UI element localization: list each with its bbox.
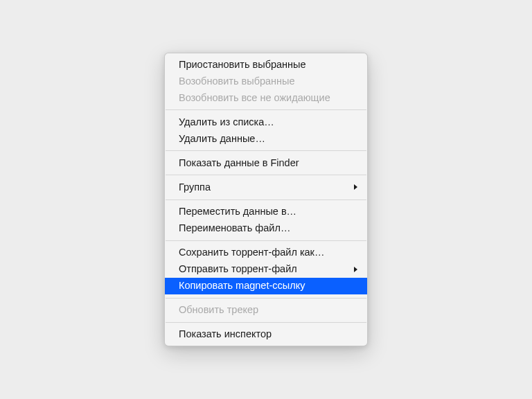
menu-item-resume-selected[interactable]: Возобновить выбранные xyxy=(165,73,367,89)
menu-item-label: Возобновить выбранные xyxy=(179,76,295,87)
menu-item-show-in-finder[interactable]: Показать данные в Finder xyxy=(165,154,367,171)
menu-item-label: Показать данные в Finder xyxy=(179,157,299,168)
menu-separator xyxy=(166,175,366,175)
menu-item-show-inspector[interactable]: Показать инспектор xyxy=(165,326,367,343)
menu-item-label: Удалить из списка… xyxy=(179,116,274,127)
menu-item-move-data-to[interactable]: Переместить данные в… xyxy=(165,204,367,220)
submenu-arrow-icon xyxy=(353,266,359,273)
menu-item-rename-file[interactable]: Переименовать файл… xyxy=(165,220,367,237)
menu-item-send-torrent-file[interactable]: Отправить торрент-файл xyxy=(165,261,367,278)
submenu-arrow-icon xyxy=(353,184,359,190)
menu-separator xyxy=(166,240,366,241)
menu-item-delete-data[interactable]: Удалить данные… xyxy=(165,130,367,147)
menu-item-label: Переименовать файл… xyxy=(179,222,290,233)
menu-separator xyxy=(166,200,366,200)
menu-item-label: Сохранить торрент-файл как… xyxy=(179,247,324,258)
menu-separator xyxy=(166,322,366,323)
menu-item-label: Группа xyxy=(179,181,211,193)
menu-item-label: Возобновить все не ожидающие xyxy=(179,92,330,103)
menu-item-save-torrent-as[interactable]: Сохранить торрент-файл как… xyxy=(165,245,367,261)
menu-item-copy-magnet-link[interactable]: Копировать magnet-ссылку xyxy=(165,278,367,294)
menu-item-label: Приостановить выбранные xyxy=(179,59,306,70)
menu-separator xyxy=(166,109,366,110)
menu-separator xyxy=(166,298,366,299)
context-menu[interactable]: Приостановить выбранные Возобновить выбр… xyxy=(164,53,368,346)
menu-item-label: Копировать magnet-ссылку xyxy=(179,280,305,291)
menu-item-group[interactable]: Группа xyxy=(165,179,367,195)
menu-item-remove-from-list[interactable]: Удалить из списка… xyxy=(165,114,367,130)
menu-item-label: Обновить трекер xyxy=(179,304,258,315)
menu-item-label: Отправить торрент-файл xyxy=(179,263,297,274)
menu-item-label: Показать инспектор xyxy=(179,328,272,339)
menu-item-pause-selected[interactable]: Приостановить выбранные xyxy=(165,56,367,73)
menu-separator xyxy=(166,150,366,151)
menu-item-refresh-tracker[interactable]: Обновить трекер xyxy=(165,302,367,319)
menu-item-label: Удалить данные… xyxy=(179,133,265,144)
menu-item-resume-all-not-waiting[interactable]: Возобновить все не ожидающие xyxy=(165,89,367,106)
menu-item-label: Переместить данные в… xyxy=(179,206,296,217)
